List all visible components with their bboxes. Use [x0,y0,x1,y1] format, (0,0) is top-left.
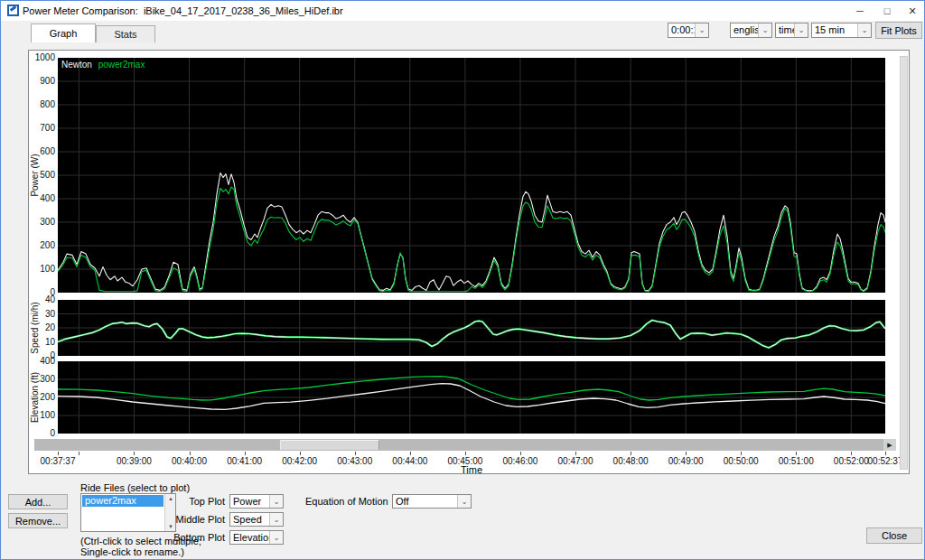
vertical-scrollbar[interactable] [900,56,908,470]
x-tick-label: 00:49:00 [659,456,713,466]
x-tick-label: 00:43:00 [328,456,382,466]
y-tick-label: 500 [31,171,55,180]
y-tick-label: 10 [31,338,55,347]
y-tick-label: 700 [31,124,55,133]
chevron-down-icon: ⌄ [269,495,283,508]
chevron-down-icon: ⌄ [857,23,871,37]
app-window: Power Meter Comparison: iBike_04_17_2017… [0,0,925,560]
y-tick-label: 200 [31,241,55,250]
x-tick-mark [190,452,191,455]
x-tick-mark [686,452,687,455]
add-button[interactable]: Add... [8,494,68,509]
x-tick-label: 00:44:00 [383,456,437,466]
ride-files-label: Ride Files (select to plot) [80,482,190,493]
fit-plots-button[interactable]: Fit Plots [875,22,922,39]
y-tick-label: 20 [31,323,55,332]
interval-dropdown[interactable]: 0:00:10⌄ [668,23,709,38]
x-tick-label: 00:48:00 [603,456,658,466]
scrollbar-thumb[interactable] [280,440,379,450]
x-tick-label: 00:39:00 [107,456,161,466]
x-tick-label: 00:47:00 [548,456,603,466]
x-tick-mark [631,452,631,455]
x-tick-label: 00:50:00 [714,456,768,466]
y-tick-label: 200 [31,393,55,402]
maximize-button[interactable]: □ [874,1,901,21]
top-plot-label: Top Plot [136,496,225,507]
y-tick-label: 300 [31,375,55,384]
bottom-plot-label: Bottom Plot [136,532,225,543]
top-plot-dropdown[interactable]: Power⌄ [229,494,284,509]
x-tick-mark [58,452,59,455]
chevron-down-icon: ⌄ [794,23,808,37]
x-tick-mark [851,452,852,455]
x-tick-mark [796,452,797,455]
chevron-down-icon: ⌄ [695,23,708,37]
chevron-down-icon: ⌄ [269,531,283,544]
x-axis-title: Time [461,464,482,475]
elevation-plot [58,361,885,434]
x-tick-mark [465,452,466,455]
legend-power2max: power2max [98,60,145,70]
x-tick-label: 00:40:00 [163,456,217,466]
chevron-down-icon: ⌄ [269,513,283,526]
close-window-button[interactable]: ✕ [899,1,925,21]
mode-dropdown[interactable]: time⌄ [775,23,808,38]
x-tick-mark [410,452,411,455]
y-tick-label: 1000 [31,53,55,62]
title-bar: Power Meter Comparison: iBike_04_17_2017… [1,1,924,21]
units-dropdown[interactable]: english⌄ [730,23,772,38]
x-tick-label: 00:51:00 [769,456,823,466]
x-tick-mark [575,452,576,455]
series-power2max [58,377,885,400]
middle-plot-label: Middle Plot [136,514,225,525]
minimize-button[interactable]: ─ [846,1,874,21]
y-tick-label: 40 [31,295,55,304]
x-tick-mark [245,452,246,455]
plot-legend: Newton power2max [61,60,145,70]
power-plot [58,58,885,293]
y-tick-label: 0 [31,429,55,438]
bottom-plot-dropdown[interactable]: Elevation⌄ [229,530,284,545]
x-tick-label: 00:42:00 [273,456,327,466]
x-tick-mark [79,452,79,455]
graph-panel: Newton power2max Power (W) Speed (mi/h) … [28,50,910,474]
chevron-down-icon: ⌄ [457,495,471,508]
legend-newton: Newton [61,60,92,70]
x-tick-mark [355,452,356,455]
y-tick-label: 400 [31,194,55,203]
scroll-right-arrow-icon[interactable]: ▶ [883,439,896,451]
chevron-down-icon: ⌄ [758,23,771,37]
x-tick-mark [520,452,521,455]
x-tick-label: 00:37:37 [31,456,85,466]
window-title: Power Meter Comparison: iBike_04_17_2017… [23,5,343,16]
y-tick-label: 30 [31,310,55,319]
x-tick-mark [885,452,886,455]
speed-plot [58,300,885,356]
x-tick-label: 00:46:00 [493,456,547,466]
y-tick-label: 800 [31,100,55,109]
app-icon [7,5,19,16]
y-tick-label: 900 [31,77,55,86]
time-scrollbar[interactable]: ▶ [34,439,896,451]
window-span-dropdown[interactable]: 15 min⌄ [811,23,872,38]
x-tick-mark [741,452,742,455]
y-tick-label: 600 [31,147,55,156]
middle-plot-dropdown[interactable]: Speed⌄ [229,512,284,527]
x-tick-mark [300,452,301,455]
equation-of-motion-label: Equation of Motion [305,496,388,507]
x-tick-mark [134,452,135,455]
series-Newton [58,173,885,291]
y-tick-label: 100 [31,265,55,274]
tab-stats[interactable]: Stats [96,25,155,42]
x-tick-label: 00:41:00 [218,456,272,466]
tab-graph[interactable]: Graph [31,23,96,42]
series-power2max [58,187,885,292]
y-tick-label: 400 [31,357,55,366]
y-tick-label: 300 [31,218,55,227]
ride-files-hint-2: Single-click to rename.) [80,546,184,557]
y-tick-label: 100 [31,411,55,420]
equation-of-motion-dropdown[interactable]: Off⌄ [392,494,472,509]
series-Newton [58,384,885,410]
close-button[interactable]: Close [866,527,922,544]
remove-button[interactable]: Remove... [8,513,68,528]
